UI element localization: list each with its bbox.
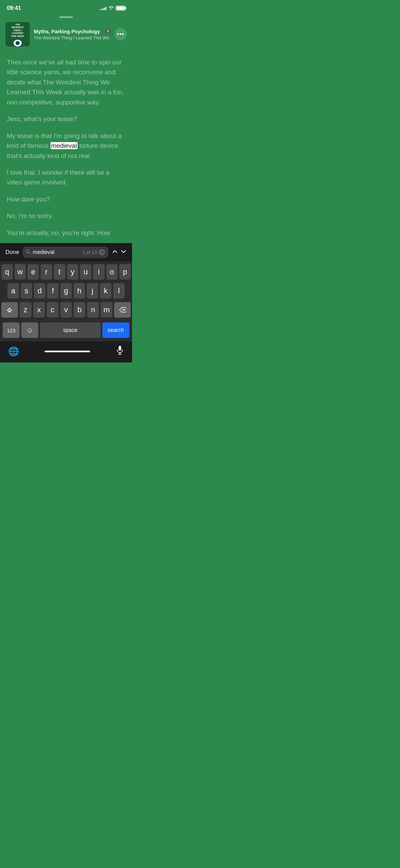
keyboard-row-3: z x c v b n m (1, 302, 131, 318)
key-l[interactable]: l (113, 283, 125, 299)
search-bar: Done medieval 1 of 13 ✕ (0, 243, 132, 261)
status-time: 09:41 (7, 5, 21, 12)
key-q[interactable]: q (1, 264, 13, 280)
key-w[interactable]: w (15, 264, 26, 280)
search-field[interactable]: medieval 1 of 13 ✕ (23, 246, 108, 258)
key-v[interactable]: v (60, 302, 72, 318)
status-bar: 09:41 (0, 0, 132, 14)
podcast-artwork: THEWEIRDESTTHING ILEARNEDTHIS WEEK (5, 22, 30, 46)
key-m[interactable]: m (101, 302, 112, 318)
numbers-key[interactable]: 123 (3, 322, 20, 338)
svg-line-1 (29, 253, 30, 254)
transcript-para-4: I love that. I wonder if there will be a… (7, 167, 125, 188)
keyboard-row-4: 123 ☺ space search (1, 321, 131, 340)
signal-bars-icon (100, 6, 106, 10)
episode-title: Myths, Parking Psychology (34, 28, 104, 34)
search-clear-button[interactable]: ✕ (99, 249, 105, 255)
microphone-icon[interactable] (116, 346, 124, 357)
transcript-para-3: My tease is that I'm going to talk about… (7, 131, 125, 161)
more-dots-icon: ••• (117, 31, 124, 38)
transcript-para-5: How dare you? (7, 194, 125, 204)
svg-rect-2 (8, 311, 10, 312)
transcript-para-1: Then once we've all had time to spin our… (7, 57, 125, 107)
key-p[interactable]: p (119, 264, 131, 280)
podcast-header: THEWEIRDESTTHING ILEARNEDTHIS WEEK Myths… (0, 22, 132, 52)
key-i[interactable]: i (93, 264, 105, 280)
search-next-button[interactable] (121, 249, 127, 256)
show-name: The Weirdest Thing I Learned This We (34, 35, 110, 40)
space-key[interactable]: space (40, 322, 101, 338)
done-button[interactable]: Done (5, 249, 19, 256)
clear-x-icon: ✕ (101, 250, 104, 255)
transcript-para-2: Jess, what's your tease? (7, 114, 125, 124)
search-key[interactable]: search (102, 322, 129, 338)
keyboard-row-2: a s d f g h j k l (1, 283, 131, 299)
home-indicator (45, 351, 90, 352)
key-g[interactable]: g (60, 283, 72, 299)
key-s[interactable]: s (21, 283, 32, 299)
svg-rect-5 (119, 346, 121, 351)
transcript-para-7: You're actually, no, you're right. How (7, 228, 125, 238)
key-d[interactable]: d (34, 283, 45, 299)
wifi-icon (108, 5, 114, 11)
key-c[interactable]: c (47, 302, 59, 318)
key-j[interactable]: j (87, 283, 98, 299)
delete-key[interactable] (114, 302, 131, 318)
key-n[interactable]: n (87, 302, 99, 318)
bottom-bar: 🌐 (0, 341, 132, 362)
status-icons (100, 5, 125, 11)
search-highlight: medieval (50, 142, 78, 149)
keyboard: q w e r t y u i o p a s d f g h j k l (0, 261, 132, 341)
search-prev-button[interactable] (112, 249, 118, 256)
key-f[interactable]: f (47, 283, 59, 299)
search-result-count: 1 of 13 (82, 250, 97, 255)
battery-icon (116, 6, 125, 11)
globe-icon[interactable]: 🌐 (8, 346, 19, 357)
transcript-para-6: No, I'm so sorry. (7, 211, 125, 221)
key-r[interactable]: r (41, 264, 52, 280)
key-a[interactable]: a (7, 283, 19, 299)
shift-key[interactable] (1, 302, 18, 318)
key-b[interactable]: b (73, 302, 85, 318)
explicit-badge: E (106, 29, 110, 33)
transcript-content: Then once we've all had time to spin our… (0, 52, 132, 243)
search-icon (26, 250, 31, 255)
more-options-button[interactable]: ••• (114, 28, 127, 40)
key-t[interactable]: t (54, 264, 65, 280)
key-z[interactable]: z (20, 302, 31, 318)
search-input-value[interactable]: medieval (33, 249, 81, 255)
podcast-info: Myths, Parking Psychology E The Weirdest… (34, 28, 110, 40)
key-e[interactable]: e (27, 264, 39, 280)
key-k[interactable]: k (100, 283, 111, 299)
drag-handle (0, 14, 132, 22)
key-u[interactable]: u (80, 264, 91, 280)
key-o[interactable]: o (106, 264, 118, 280)
key-y[interactable]: y (67, 264, 79, 280)
key-x[interactable]: x (33, 302, 45, 318)
search-nav-arrows (112, 249, 127, 256)
keyboard-row-1: q w e r t y u i o p (1, 264, 131, 280)
emoji-key[interactable]: ☺ (21, 322, 38, 338)
key-h[interactable]: h (73, 283, 85, 299)
